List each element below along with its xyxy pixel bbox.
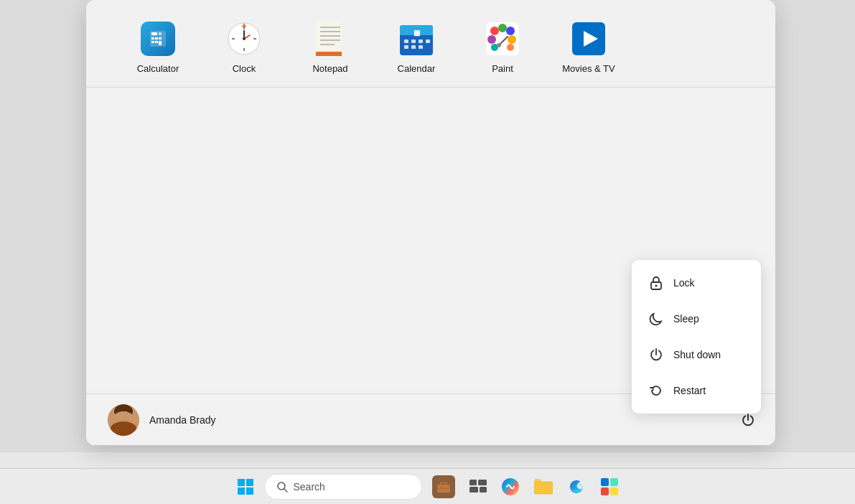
clock-label: Clock (233, 63, 256, 74)
svg-rect-30 (411, 39, 416, 43)
svg-rect-58 (238, 479, 245, 486)
svg-rect-69 (469, 487, 478, 493)
svg-rect-59 (246, 479, 253, 486)
svg-rect-68 (478, 480, 487, 485)
svg-point-40 (506, 27, 515, 35)
svg-line-63 (284, 489, 287, 492)
app-clock[interactable]: Clock (201, 14, 287, 80)
svg-point-50 (655, 285, 658, 287)
briefcase-icon (432, 475, 455, 498)
taskbar-edge[interactable] (563, 473, 590, 500)
svg-point-52 (114, 404, 133, 419)
svg-rect-65 (441, 482, 447, 486)
power-menu: Lock Sleep Shut down (632, 260, 761, 414)
svg-rect-60 (238, 487, 245, 495)
start-button[interactable] (233, 474, 258, 500)
power-menu-lock[interactable]: Lock (635, 266, 758, 300)
power-menu-restart[interactable]: Restart (635, 373, 758, 408)
calculator-icon (139, 20, 177, 57)
shutdown-icon (649, 347, 663, 362)
svg-point-41 (508, 35, 516, 44)
sleep-label: Sleep (673, 313, 699, 325)
start-menu-content: Lock Sleep Shut down (86, 88, 775, 389)
svg-rect-76 (610, 478, 618, 486)
svg-rect-7 (159, 41, 162, 45)
paint-label: Paint (492, 63, 513, 74)
user-profile[interactable]: Amanda Brady (101, 400, 223, 440)
svg-rect-29 (404, 39, 408, 43)
svg-point-53 (114, 411, 133, 423)
edge-icon (567, 477, 586, 496)
svg-rect-70 (480, 487, 487, 493)
app-movies-tv[interactable]: Movies & TV (546, 14, 632, 80)
svg-rect-77 (601, 487, 609, 495)
movies-tv-app-icon (570, 20, 607, 57)
store-icon (600, 477, 619, 496)
svg-rect-3 (155, 37, 158, 39)
user-name: Amanda Brady (149, 414, 216, 426)
sleep-icon (649, 312, 663, 326)
app-calculator[interactable]: Calculator (115, 14, 201, 80)
svg-point-55 (120, 416, 122, 419)
svg-rect-34 (411, 45, 416, 49)
windows-logo-icon (237, 478, 254, 495)
svg-rect-20 (316, 52, 342, 56)
restart-icon (649, 383, 663, 398)
svg-rect-8 (159, 32, 162, 35)
svg-rect-32 (426, 39, 430, 43)
svg-point-46 (497, 43, 501, 47)
copilot-icon (501, 477, 520, 496)
paint-app-icon (484, 20, 521, 57)
shutdown-label: Shut down (673, 349, 721, 360)
start-menu: Calculator (86, 0, 775, 445)
svg-rect-75 (601, 478, 609, 486)
taskbar-file-explorer[interactable] (530, 475, 557, 499)
svg-rect-19 (316, 22, 342, 53)
app-notepad[interactable]: Notepad (287, 14, 373, 80)
app-calendar[interactable]: ▦ Calendar (373, 14, 459, 80)
power-menu-sleep[interactable]: Sleep (635, 302, 758, 336)
svg-point-54 (116, 411, 131, 426)
taskbar-store[interactable] (596, 473, 623, 500)
svg-rect-73 (534, 479, 541, 483)
apps-area: Calculator (86, 0, 775, 88)
svg-rect-31 (419, 39, 423, 43)
restart-label: Restart (673, 385, 706, 396)
user-avatar (108, 404, 139, 436)
lock-icon (649, 276, 663, 290)
svg-point-39 (498, 24, 507, 32)
search-icon (276, 481, 288, 493)
svg-rect-5 (151, 41, 154, 43)
calendar-label: Calendar (398, 63, 436, 74)
svg-rect-33 (404, 45, 408, 49)
app-paint[interactable]: Paint (459, 14, 546, 80)
file-explorer-icon (534, 479, 553, 495)
calculator-label: Calculator (137, 63, 179, 74)
notepad-app-icon (312, 20, 349, 57)
svg-rect-61 (246, 487, 253, 495)
svg-rect-57 (115, 429, 132, 436)
svg-rect-67 (469, 480, 477, 485)
taskbar-copilot[interactable] (497, 473, 524, 500)
svg-point-44 (507, 44, 514, 51)
taskbar-work-app[interactable] (428, 471, 459, 503)
taskbar-task-view[interactable] (465, 475, 491, 498)
notepad-label: Notepad (312, 63, 347, 74)
power-menu-shutdown[interactable]: Shut down (635, 337, 758, 372)
svg-point-56 (126, 416, 128, 419)
svg-rect-6 (155, 41, 158, 43)
svg-text:▦: ▦ (414, 29, 420, 37)
search-placeholder: Search (294, 481, 325, 493)
clock-app-icon (225, 20, 263, 57)
svg-point-42 (487, 35, 496, 44)
movies-tv-label: Movies & TV (562, 63, 615, 74)
task-view-icon (469, 480, 487, 494)
svg-rect-78 (610, 487, 618, 495)
svg-rect-1 (151, 32, 157, 35)
search-bar[interactable]: Search (264, 474, 422, 500)
svg-point-38 (490, 27, 499, 35)
svg-rect-4 (159, 37, 162, 39)
taskbar: Search (0, 468, 855, 504)
svg-point-17 (243, 37, 246, 40)
svg-rect-2 (151, 37, 154, 39)
